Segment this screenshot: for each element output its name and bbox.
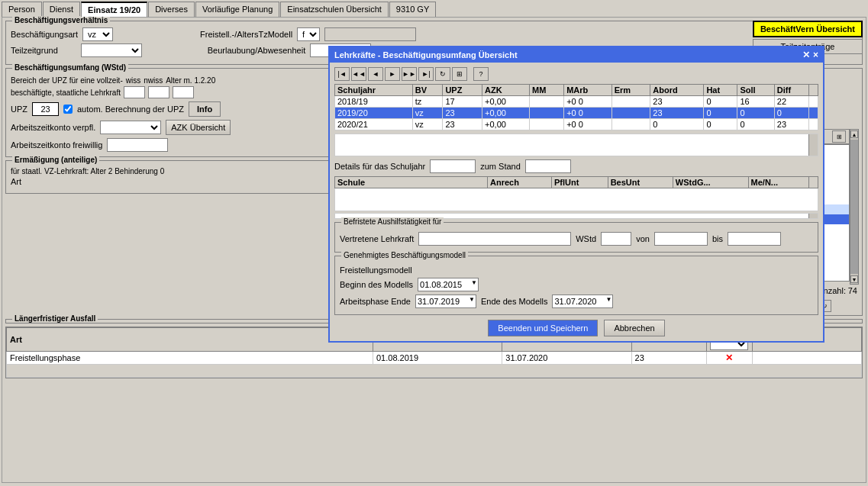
toolbar-next-all[interactable]: ►► — [402, 67, 417, 81]
th-abord: Abord — [650, 85, 704, 96]
art-select[interactable]: vz — [82, 27, 113, 41]
nwiss-field[interactable]: 27 — [148, 86, 169, 98]
th-hat: Hat — [704, 85, 737, 96]
th-diff: Diff — [774, 85, 808, 96]
beginn-field[interactable] — [418, 278, 479, 291]
teilzeit-label: Teilzeitgrund — [11, 46, 58, 55]
stand-field[interactable] — [525, 159, 571, 173]
azk-freiw-field[interactable] — [107, 138, 168, 152]
azk-select[interactable] — [100, 121, 161, 134]
th-upz: UPZ — [443, 85, 482, 96]
laenger-title: Längerfristiger Ausfall — [12, 314, 98, 323]
wiss-field[interactable]: 23 — [124, 86, 145, 98]
th-schuljahr: Schuljahr — [335, 85, 413, 96]
beschaeftverh-uebersicht-button[interactable]: BeschäftVern Übersicht — [753, 21, 863, 37]
info-button[interactable]: Info — [189, 101, 221, 117]
col-art: Art — [7, 328, 373, 352]
ende-dropdown-icon[interactable]: ▼ — [605, 296, 611, 303]
beschaeftigung-title: Beschäftigungsverhältnis — [12, 16, 110, 24]
modal-close-btn[interactable]: × — [813, 50, 818, 60]
beginn-label: Beginn des Modells — [340, 280, 413, 289]
von-label: von — [636, 234, 650, 243]
toolbar-first[interactable]: |◄ — [334, 67, 350, 81]
details-schuljahr-field[interactable] — [430, 159, 476, 173]
arbeitsphase-label: Arbeitsphase Ende — [340, 297, 411, 306]
vertretene-label: Vertretene Lehrkraft — [340, 234, 414, 243]
details-label: Details für das Schuljahr — [334, 162, 425, 171]
art-label: Beschäftigungsart — [11, 30, 78, 39]
modal-close2-btn[interactable]: ✕ — [802, 50, 810, 60]
wstd-field[interactable] — [601, 232, 631, 246]
bereich-label2: beschäftigte, staatliche Lehrkraft — [11, 89, 121, 97]
th-erm: Erm — [611, 85, 650, 96]
row-bis: 31.07.2020 — [502, 352, 631, 365]
abbrechen-button[interactable]: Abbrechen — [604, 320, 664, 336]
scrollbar-down[interactable]: ▼ — [850, 275, 858, 283]
ermaessigung-art-label: Art — [11, 177, 21, 186]
tab-bar: Person Dienst Einsatz 19/20 Diverses Vor… — [0, 0, 868, 17]
autom-label: autom. Berechnung der UPZ — [77, 105, 184, 114]
modal-overlay: Lehrkräfte - Beschäftigungsumfang Übersi… — [328, 46, 824, 343]
azk-btn[interactable]: AZK Übersicht — [166, 120, 231, 135]
th-pflunt: PflUnt — [551, 177, 608, 188]
schule-row-empty — [335, 188, 818, 211]
table-row-2020[interactable]: 2020/21vz23+0,00+0 000023 — [335, 119, 818, 130]
row-vonbis — [752, 352, 861, 365]
tab-gy[interactable]: 9310 GY — [389, 2, 436, 17]
autom-checkbox[interactable] — [63, 105, 73, 114]
freistellung-label: Freistell.-/AltersTzModell — [200, 30, 292, 39]
tab-einsatzschulen[interactable]: Einsatzschulen Übersicht — [280, 2, 389, 17]
scroll-v[interactable] — [808, 134, 818, 156]
scrollbar-up[interactable]: ▲ — [850, 130, 858, 138]
arbeitsphase-field[interactable] — [415, 294, 476, 308]
tab-dienst[interactable]: Dienst — [43, 2, 80, 17]
table-row-empty: ✕ — [7, 365, 862, 378]
modal-header: Lehrkräfte - Beschäftigungsumfang Übersi… — [330, 47, 823, 63]
toolbar-last[interactable]: ►| — [418, 67, 434, 81]
toolbar-prev-all[interactable]: ◄◄ — [351, 67, 366, 81]
toolbar-refresh[interactable]: ↻ — [435, 67, 450, 81]
bis-field[interactable] — [728, 232, 781, 246]
arbeitsphase-dropdown-icon[interactable]: ▼ — [469, 296, 475, 303]
th-mm: MM — [530, 85, 564, 96]
toolbar-prev[interactable]: ◄ — [368, 67, 383, 81]
teilzeit-select[interactable] — [81, 43, 142, 57]
nav-list-btn[interactable]: ⊞ — [832, 130, 846, 143]
table-row-2019[interactable]: 2019/20vz23+0,00+0 023000 — [335, 108, 818, 119]
nwiss-label: nwiss — [144, 76, 163, 85]
delete-icon[interactable]: ✕ — [725, 352, 733, 363]
tab-diverses[interactable]: Diverses — [148, 2, 195, 17]
tab-person[interactable]: Person — [2, 2, 42, 17]
freistellungsmodell-row: Freistellungsmodell — [340, 266, 813, 275]
ende-label: Ende des Modells — [481, 297, 547, 306]
tab-vorplanung[interactable]: Vorläufige Planung — [195, 2, 279, 17]
table-row-2018[interactable]: 2018/19tz17+0,00+0 02301622 — [335, 96, 818, 108]
schule-scroll-v[interactable] — [808, 214, 818, 218]
stand-label: zum Stand — [480, 162, 521, 171]
tab-einsatz[interactable]: Einsatz 19/20 — [81, 2, 147, 17]
upz-value: 23 — [32, 102, 59, 116]
beginn-row: Beginn des Modells ▼ — [340, 278, 813, 291]
upz-label: UPZ — [11, 105, 27, 114]
beenden-button[interactable]: Beenden und Speichern — [488, 320, 598, 336]
th-schule: Schule — [335, 177, 488, 188]
row-art2: ✕ — [706, 352, 752, 365]
toolbar-help[interactable]: ? — [473, 67, 489, 81]
vertretene-row: Vertretene Lehrkraft WStd von bis — [340, 232, 813, 246]
genehmigt-section: Genehmigtes Beschäftigungsmodell Freiste… — [334, 256, 818, 315]
wiss-label: wiss — [126, 76, 140, 85]
alter-field[interactable]: 61 — [173, 86, 194, 98]
ende-field[interactable] — [552, 294, 613, 308]
von-field[interactable] — [654, 232, 708, 246]
toolbar-grid[interactable]: ⊞ — [452, 67, 467, 81]
freistellung-select[interactable]: f — [297, 27, 320, 41]
beginn-dropdown-icon[interactable]: ▼ — [471, 279, 477, 286]
ermaessigung-title: Ermäßigung (anteilige) — [12, 156, 99, 164]
th-scroll2 — [809, 177, 818, 188]
vertretene-field[interactable] — [418, 232, 571, 246]
freistellung-model-field: Freistellungsmodell — [324, 27, 416, 41]
umfang-title: Beschäftigungsumfang (WStd) — [12, 63, 128, 72]
toolbar-next[interactable]: ► — [385, 67, 400, 81]
row-von: 01.08.2019 — [373, 352, 502, 365]
azk-freiw-label: Arbeitszeitkonto freiwillig — [11, 140, 102, 150]
